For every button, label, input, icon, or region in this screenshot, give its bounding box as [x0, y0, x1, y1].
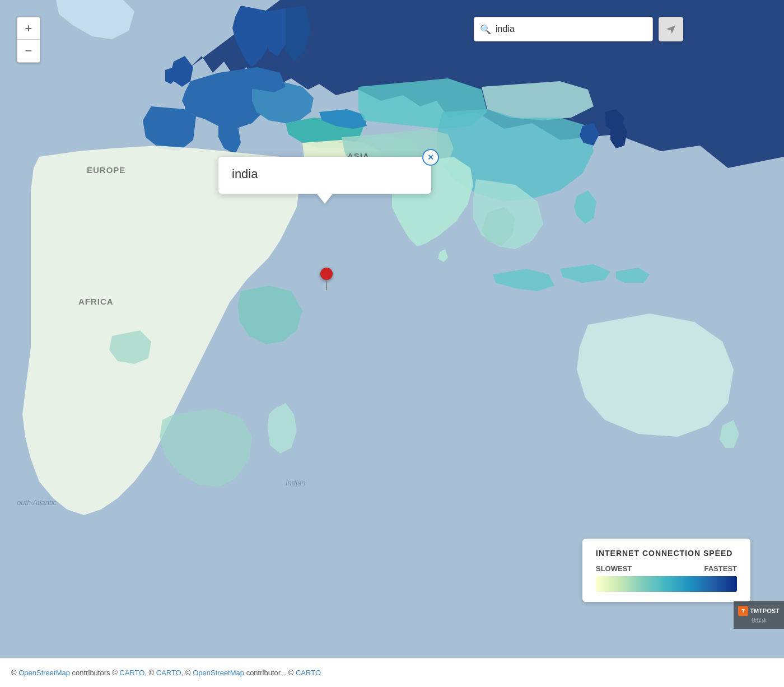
carto-link-2[interactable]: CARTO [156, 669, 181, 677]
popup-title: india [232, 167, 418, 181]
openstreetmap-link-2[interactable]: OpenStreetMap [193, 669, 244, 677]
search-bar: 🔍 [474, 17, 683, 41]
legend-slowest-label: SLOWEST [596, 564, 632, 573]
search-input[interactable] [496, 24, 647, 34]
carto-link-1[interactable]: CARTO [119, 669, 144, 677]
legend-gradient [596, 576, 737, 592]
search-go-button[interactable] [659, 17, 683, 41]
search-icon: 🔍 [480, 24, 491, 35]
zoom-in-button[interactable]: + [17, 17, 40, 40]
zoom-out-button[interactable]: − [17, 40, 40, 62]
legend-labels: SLOWEST FASTEST [596, 564, 737, 573]
zoom-controls: + − [17, 17, 40, 63]
map-container: EUROPE AFRICA ASIA outh Atlantic Indian … [0, 0, 784, 658]
legend: INTERNET CONNECTION SPEED SLOWEST FASTES… [582, 539, 750, 602]
search-input-wrapper: 🔍 [474, 17, 653, 41]
tmtpost-watermark: T TMTPOST 钛媒体 [734, 601, 784, 629]
map-pin [320, 268, 333, 290]
openstreetmap-link-1[interactable]: OpenStreetMap [18, 669, 70, 677]
popup-close-button[interactable]: ✕ [422, 149, 439, 166]
attribution-text: © OpenStreetMap contributors © CARTO, © … [11, 669, 321, 677]
pin-stem [326, 280, 327, 290]
legend-title: INTERNET CONNECTION SPEED [596, 549, 737, 558]
pin-head [320, 268, 333, 280]
popup: ✕ india [218, 157, 431, 194]
legend-fastest-label: FASTEST [704, 564, 737, 573]
carto-link-3[interactable]: CARTO [296, 669, 321, 677]
attribution-bar: © OpenStreetMap contributors © CARTO, © … [0, 658, 784, 687]
